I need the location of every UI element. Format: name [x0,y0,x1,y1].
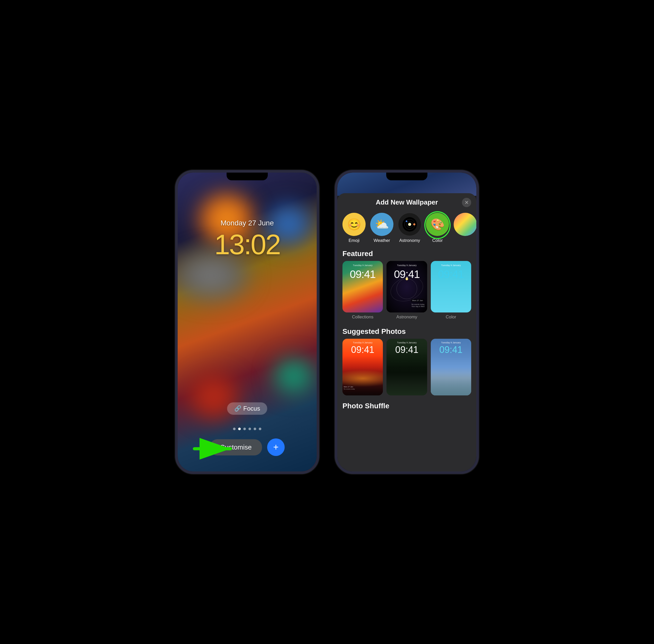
suggested-row: Tuesday 9 January 09:41 Mon 27 Jan No ev… [337,339,476,400]
svg-point-4 [408,223,411,226]
astronomy-preview: Tuesday 9 January 09:41 Mon 27 Jan No ev… [387,261,427,313]
wallpaper-type-emoji[interactable]: 😊 Emoji [343,213,366,243]
svg-point-5 [413,223,415,225]
lock-date: Monday 27 June [178,219,317,227]
photo-shuffle-title: Photo Shuffle [337,400,476,413]
focus-icon: 🔗 [234,405,241,412]
collections-preview-clock: 09:41 [343,268,383,280]
main-container: Monday 27 June 13:02 🔗 Focus Customise + [165,160,489,484]
astronomy-preview-time: Tuesday 9 January [387,264,427,267]
astro-widget-date: Mon 27 Jan [411,299,425,302]
coast-bottom [431,373,471,395]
right-volume-up-button[interactable] [335,237,335,252]
color-preview-clock: 09:41 [431,268,471,280]
emoji-label: Emoji [349,238,360,243]
suggested-card-coast[interactable]: Tuesday 9 January 09:41 [431,339,471,395]
right-power-button[interactable] [478,250,479,271]
astro-sun [405,278,408,280]
collections-label: Collections [352,315,373,320]
featured-card-astronomy[interactable]: Tuesday 9 January 09:41 Mon 27 Jan No ev… [387,261,427,320]
right-phone-screen: Add New Wallpaper ✕ 😊 Emoji ⛅ Weather [337,172,476,472]
svg-point-6 [406,221,407,222]
astro-widget-events: No events today [412,303,425,305]
featured-row: Tuesday 9 January 09:41 Collections Tues… [337,261,476,325]
sheet-title: Add New Wallpaper [376,198,438,206]
phone-screen: Monday 27 June 13:02 🔗 Focus Customise + [178,172,317,472]
sunset-time: Tuesday 9 January [343,341,383,344]
color-preview-time: Tuesday 9 January [431,264,471,267]
sunset-preview: Tuesday 9 January 09:41 Mon 27 Jan No ev… [343,339,383,395]
color-card-label: Color [446,315,456,320]
close-button[interactable]: ✕ [462,198,471,207]
add-wallpaper-sheet: Add New Wallpaper ✕ 😊 Emoji ⛅ Weather [337,193,476,472]
color-selected-outline [424,211,450,239]
featured-section-title: Featured [337,247,476,261]
dot-5 [254,428,256,430]
emoji-icon: 😊 [343,213,366,236]
power-button[interactable] [319,250,319,271]
left-phone: Monday 27 June 13:02 🔗 Focus Customise + [175,170,319,474]
sheet-header: Add New Wallpaper ✕ [337,193,476,210]
dot-3 [243,428,246,430]
focus-pill[interactable]: 🔗 Focus [227,402,267,415]
astronomy-icon [398,213,421,236]
forest-clock: 09:41 [387,344,427,355]
dot-2 [238,428,241,430]
volume-down-button[interactable] [175,260,176,281]
collections-preview: Tuesday 9 January 09:41 [343,261,383,313]
suggested-card-forest[interactable]: Tuesday 9 January 09:41 [387,339,427,395]
blob-teal [273,358,314,394]
page-indicator [178,428,317,430]
wallpaper-type-photos[interactable] [454,213,476,243]
phone-notch-right [386,172,427,180]
weather-label: Weather [374,238,390,243]
wallpaper-blobs [178,172,317,472]
volume-up-button[interactable] [175,237,176,252]
right-volume-down-button[interactable] [335,260,335,281]
focus-label: Focus [243,405,260,412]
right-phone: Add New Wallpaper ✕ 😊 Emoji ⛅ Weather [335,170,479,474]
weather-icon: ⛅ [370,213,393,236]
forest-time: Tuesday 9 January [387,341,427,344]
forest-preview: Tuesday 9 January 09:41 [387,339,427,395]
sunset-glow [343,370,383,387]
suggested-card-sunset[interactable]: Tuesday 9 January 09:41 Mon 27 Jan No ev… [343,339,383,395]
coast-clock: 09:41 [431,344,471,355]
astronomy-label: Astronomy [399,238,420,243]
wallpaper-type-color[interactable]: 🎨 Color [426,213,449,243]
wallpaper-type-weather[interactable]: ⛅ Weather [370,213,393,243]
suggested-section-title: Suggested Photos [337,325,476,339]
dot-1 [233,428,236,430]
wallpaper-type-astronomy[interactable]: Astronomy [398,213,421,243]
astronomy-card-label: Astronomy [396,315,417,320]
coast-preview: Tuesday 9 January 09:41 [431,339,471,395]
lock-time: 13:02 [178,228,317,261]
featured-card-collections[interactable]: Tuesday 9 January 09:41 Collections [343,261,383,320]
dot-6 [259,428,261,430]
color-preview: Tuesday 9 January 09:41 [431,261,471,313]
sunset-widget-events: No events today [344,388,355,390]
sunset-clock: 09:41 [343,344,383,355]
featured-card-color[interactable]: Tuesday 9 January 09:41 Color [431,261,471,320]
collections-preview-time: Tuesday 9 January [343,264,383,267]
sunset-widget-date: Mon 27 Jan [344,386,353,388]
green-arrow [192,433,243,464]
add-wallpaper-button[interactable]: + [267,438,284,456]
astro-widget-steps: Your day is filled [412,305,425,307]
wallpaper-types-row: 😊 Emoji ⛅ Weather [337,210,476,247]
coast-time: Tuesday 9 January [431,341,471,344]
dot-4 [249,428,251,430]
photos-icon [454,213,476,236]
phone-notch [227,172,268,180]
